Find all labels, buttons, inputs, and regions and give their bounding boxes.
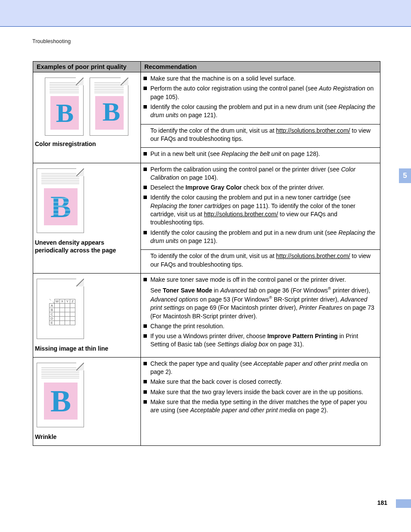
example-label: Missing image at thin line — [35, 345, 139, 353]
header-bar — [0, 0, 411, 27]
bullet-icon — [143, 231, 147, 234]
bullet-icon — [143, 334, 147, 338]
recommendation-cell: Check the paper type and quality (see Ac… — [140, 357, 380, 445]
page-indicator — [396, 499, 411, 508]
recommendation-bullet: Make sure that the media type setting in… — [143, 398, 376, 415]
bullet-icon — [143, 324, 147, 328]
recommendation-bullet: Make sure that the machine is on a solid… — [143, 75, 376, 83]
recommendation-bullet: Perform the auto color registration usin… — [143, 84, 376, 101]
recommendation-bullet: Identify the color causing the problem a… — [143, 193, 376, 227]
recommendation-bullet: Identify the color causing the problem a… — [143, 229, 376, 246]
bullet-icon — [143, 390, 147, 394]
recommendation-bullet: Identify the color causing the problem a… — [143, 103, 376, 120]
recommendation-bullet: Check the paper type and quality (see Ac… — [143, 360, 376, 376]
chapter-tab: 5 — [399, 168, 411, 183]
recommendation-note: To identify the color of the drum unit, … — [150, 127, 376, 143]
th-recommendation: Recommendation — [140, 62, 380, 72]
bullet-icon — [143, 168, 147, 171]
bullet-icon — [143, 77, 147, 80]
sample-page-icon: B — [37, 168, 84, 233]
recommendation-cell: Make sure that the machine is on a solid… — [140, 72, 380, 163]
table-row: BUneven density appears periodically acr… — [33, 163, 380, 273]
example-cell: BWrinkle — [33, 357, 141, 445]
recommendation-bullet: Perform the calibration using the contro… — [143, 165, 376, 182]
table-row: BWrinkleCheck the paper type and quality… — [33, 357, 380, 445]
example-cell: BBColor misregistration — [33, 72, 141, 163]
table-row: BBColor misregistrationMake sure that th… — [33, 72, 380, 163]
bullet-icon — [143, 380, 147, 383]
bullet-icon — [143, 87, 147, 90]
recommendation-bullet: Put in a new belt unit (see Replacing th… — [143, 150, 376, 158]
recommendation-bullet: Make sure that the back cover is closed … — [143, 378, 376, 386]
recommendation-bullet: Deselect the Improve Gray Color check bo… — [143, 184, 376, 192]
recommendation-bullet: Make sure that the two gray levers insid… — [143, 388, 376, 396]
example-label: Uneven density appears periodically acro… — [35, 239, 139, 255]
recommendation-bullet: If you use a Windows printer driver, cho… — [143, 332, 376, 349]
bullet-icon — [143, 152, 147, 156]
bullet-icon — [143, 362, 147, 365]
bullet-icon — [143, 186, 147, 189]
recommendation-bullet: Make sure toner save mode is off in the … — [143, 276, 376, 284]
bullet-icon — [143, 278, 147, 281]
example-cell: BUneven density appears periodically acr… — [33, 163, 141, 273]
th-examples: Examples of poor print quality — [33, 62, 141, 72]
recommendation-cell: Make sure toner save mode is off in the … — [140, 273, 380, 357]
page-number: 181 — [377, 499, 387, 506]
sample-page-icon: WXYZABCDE — [37, 279, 84, 339]
recommendation-cell: Perform the calibration using the contro… — [140, 163, 380, 273]
bullet-icon — [143, 105, 147, 109]
recommendation-bullet: Change the print resolution. — [143, 322, 376, 330]
bullet-icon — [143, 196, 147, 199]
sample-page-icon: B — [90, 78, 128, 136]
troubleshooting-table: Examples of poor print quality Recommend… — [33, 61, 380, 446]
example-label: Color misregistration — [35, 140, 139, 148]
recommendation-note: To identify the color of the drum unit, … — [150, 252, 376, 269]
example-label: Wrinkle — [35, 433, 139, 441]
recommendation-note: See Toner Save Mode in Advanced tab on p… — [150, 286, 376, 320]
thin-line-grid-icon: WXYZABCDE — [49, 299, 75, 325]
bullet-icon — [143, 400, 147, 404]
table-row: WXYZABCDEMissing image at thin lineMake … — [33, 273, 380, 357]
chapter-heading: Troubleshooting — [32, 38, 71, 44]
sample-page-icon: B — [37, 363, 84, 427]
sample-page-icon: B — [45, 78, 84, 136]
example-cell: WXYZABCDEMissing image at thin line — [33, 273, 141, 357]
